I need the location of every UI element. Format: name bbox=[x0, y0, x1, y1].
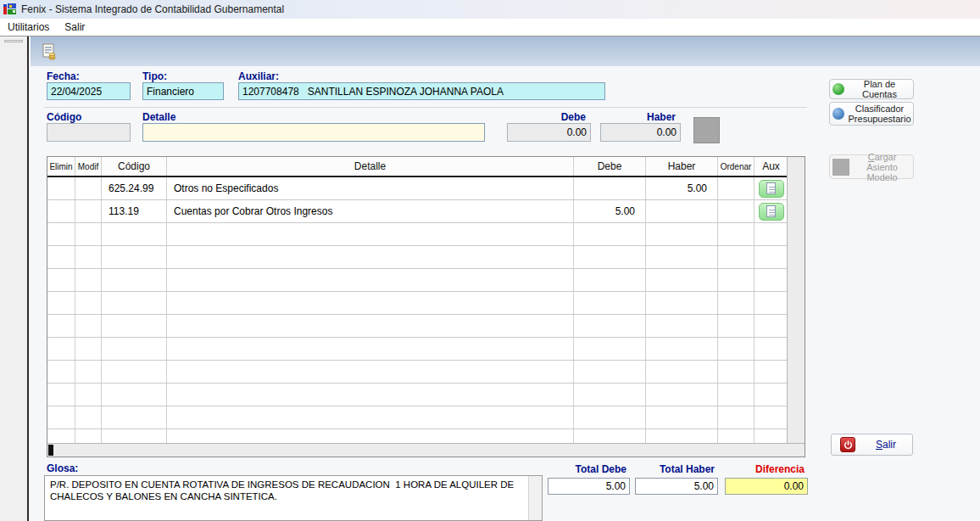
table-cell bbox=[102, 269, 167, 291]
table-cell bbox=[754, 292, 788, 314]
scrollbar-thumb[interactable] bbox=[48, 445, 53, 456]
table-cell bbox=[754, 384, 788, 406]
total-debe-label: Total Debe bbox=[548, 463, 626, 475]
table-cell bbox=[646, 406, 718, 429]
tipo-label: Tipo: bbox=[142, 70, 167, 82]
glosa-scrollbar[interactable] bbox=[528, 476, 542, 520]
aux-button[interactable] bbox=[759, 203, 784, 221]
table-cell bbox=[754, 200, 788, 222]
app-icon bbox=[3, 3, 17, 16]
auxiliar-input[interactable] bbox=[238, 82, 605, 100]
table-cell: Otros no Especificados bbox=[167, 177, 574, 199]
detalle-label: Detalle bbox=[142, 111, 175, 123]
add-entry-square-button[interactable] bbox=[693, 117, 720, 143]
table-row[interactable] bbox=[47, 269, 805, 292]
collapsed-side-panel[interactable] bbox=[0, 36, 29, 521]
table-row[interactable] bbox=[47, 384, 805, 406]
table-cell bbox=[646, 246, 718, 268]
table-cell bbox=[102, 384, 167, 406]
green-sphere-icon bbox=[832, 83, 844, 95]
salir-button[interactable]: Salir bbox=[831, 434, 913, 456]
table-cell: 5.00 bbox=[646, 177, 718, 199]
detalle-input[interactable] bbox=[142, 123, 485, 142]
table-cell bbox=[754, 246, 788, 268]
tipo-input[interactable] bbox=[142, 82, 224, 100]
plan-de-cuentas-label: Plan de Cuentas bbox=[849, 79, 910, 99]
table-cell bbox=[718, 338, 754, 360]
table-cell bbox=[47, 200, 75, 222]
haber-label: Haber bbox=[600, 111, 676, 123]
clasificador-presupuestario-button[interactable]: Clasificador Presupuestario bbox=[829, 102, 914, 126]
table-cell bbox=[102, 361, 167, 383]
menu-salir[interactable]: Salir bbox=[57, 20, 92, 35]
new-entry-button[interactable] bbox=[39, 42, 59, 62]
table-cell bbox=[167, 223, 574, 245]
document-icon bbox=[766, 182, 776, 194]
table-cell bbox=[75, 292, 102, 314]
codigo-input[interactable] bbox=[47, 123, 131, 142]
table-cell bbox=[718, 269, 754, 291]
table-cell bbox=[47, 384, 75, 406]
app-window: Fenix - Sistema Integrado de Contabilida… bbox=[0, 0, 980, 521]
debe-input[interactable] bbox=[507, 123, 591, 142]
table-cell bbox=[718, 315, 754, 337]
toolbar bbox=[31, 36, 980, 66]
table-cell bbox=[718, 223, 754, 245]
table-cell: 625.24.99 bbox=[102, 177, 167, 199]
menubar: Utilitarios Salir bbox=[0, 19, 980, 36]
table-cell bbox=[167, 269, 574, 291]
table-cell bbox=[75, 200, 102, 222]
column-header: Modif bbox=[75, 157, 102, 176]
aux-button[interactable] bbox=[759, 180, 784, 198]
column-header: Elimin bbox=[47, 157, 75, 176]
table-cell bbox=[102, 315, 167, 337]
plan-de-cuentas-button[interactable]: Plan de Cuentas bbox=[829, 79, 914, 99]
table-cell bbox=[754, 177, 788, 199]
table-cell bbox=[754, 315, 788, 337]
table-cell bbox=[167, 406, 574, 429]
menu-utilitarios[interactable]: Utilitarios bbox=[0, 20, 57, 35]
cargar-asiento-modelo-button[interactable]: Cargar Asiento Modelo bbox=[829, 154, 914, 179]
glosa-textarea[interactable]: P/R. DEPOSITO EN CUENTA ROTATIVA DE INGR… bbox=[44, 475, 543, 521]
table-cell bbox=[718, 361, 754, 383]
glosa-label: Glosa: bbox=[47, 462, 78, 474]
haber-input[interactable] bbox=[600, 123, 681, 142]
table-row[interactable] bbox=[47, 246, 805, 269]
total-haber-input[interactable] bbox=[635, 478, 718, 495]
table-cell: Cuentas por Cobrar Otros Ingresos bbox=[167, 200, 574, 222]
table-cell bbox=[718, 406, 754, 429]
table-cell bbox=[754, 406, 788, 429]
total-haber-label: Total Haber bbox=[635, 463, 715, 475]
table-cell bbox=[574, 361, 646, 383]
table-horizontal-scrollbar[interactable] bbox=[47, 443, 805, 457]
blue-sphere-icon bbox=[832, 108, 844, 120]
table-row[interactable]: 113.19Cuentas por Cobrar Otros Ingresos5… bbox=[47, 200, 805, 223]
salir-label: Salir bbox=[876, 439, 896, 451]
table-cell bbox=[167, 361, 574, 383]
panel-grip-handle[interactable] bbox=[4, 40, 23, 42]
table-row[interactable] bbox=[47, 338, 805, 361]
table-row[interactable] bbox=[47, 406, 805, 429]
table-row[interactable] bbox=[47, 315, 805, 338]
document-icon bbox=[766, 205, 776, 217]
debe-label: Debe bbox=[507, 111, 586, 123]
total-debe-input[interactable] bbox=[548, 478, 630, 495]
table-row[interactable] bbox=[47, 361, 805, 384]
column-header: Aux bbox=[754, 157, 788, 176]
table-row[interactable] bbox=[47, 292, 805, 315]
table-cell bbox=[102, 223, 167, 245]
power-icon bbox=[840, 437, 855, 452]
table-header: EliminModifCódigoDetalleDebeHaberOrdenar… bbox=[47, 157, 805, 177]
table-cell bbox=[574, 269, 646, 291]
fecha-input[interactable] bbox=[47, 82, 131, 100]
table-row[interactable] bbox=[47, 223, 805, 246]
table-cell bbox=[167, 384, 574, 406]
table-vertical-scrollbar[interactable] bbox=[787, 157, 805, 444]
table-row[interactable]: 625.24.99Otros no Especificados5.00 bbox=[47, 177, 805, 200]
cargar-asiento-label: Cargar Asiento Modelo bbox=[854, 152, 910, 182]
table-cell bbox=[47, 406, 75, 429]
table-cell bbox=[75, 338, 102, 360]
diferencia-input[interactable] bbox=[725, 478, 808, 495]
table-cell bbox=[75, 406, 102, 429]
table-cell bbox=[75, 384, 102, 406]
